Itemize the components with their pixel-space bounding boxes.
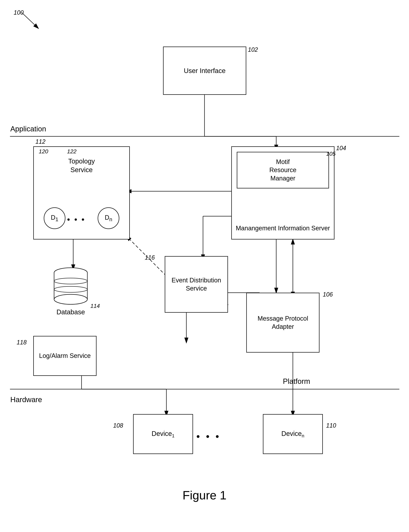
dn-label: Dn [105,214,112,223]
user-interface-box: User Interface [163,46,246,95]
message-protocol-box: Message Protocol Adapter [246,293,319,352]
topology-label: TopologyService [34,157,129,174]
database: Database 114 [52,266,90,316]
event-distribution-box: Event Distribution Service [165,256,228,313]
motif-resource-box: MotifResourceManager [237,152,329,189]
ref-102: 102 [248,46,258,53]
log-alarm-box: Log/Alarm Service [33,336,96,376]
database-label: Database [52,308,90,316]
figure-label: Figure 1 [183,488,226,502]
hardware-label: Hardware [10,396,42,404]
ref-116: 116 [145,254,155,261]
svg-point-28 [54,294,87,304]
device1-box: Device1 [133,414,193,454]
d1-label: D1 [51,214,58,223]
topology-outer-box: 112 120 122 TopologyService D1 • • • Dn [33,146,130,239]
devicen-label: Devicen [281,429,304,439]
ref-108: 108 [113,422,123,429]
device1-label: Device1 [152,429,175,439]
mis-bottom-label: Manangement Information Server [236,224,330,232]
ref-106: 106 [323,291,333,298]
user-interface-label: User Interface [184,66,225,75]
platform-label: Platform [283,377,310,386]
svg-line-3 [22,12,38,28]
log-alarm-label: Log/Alarm Service [39,352,91,360]
ref-100: 100 [14,9,24,16]
ref-122: 122 [67,148,76,155]
motif-resource-label: MotifResourceManager [270,158,297,182]
ref-112: 112 [36,138,46,145]
diagram: 100 User Interface 102 Application Motif… [0,0,409,532]
ref-105: 105 [326,151,336,157]
topology-dots: • • • [67,215,85,224]
d1-node: D1 [44,207,65,229]
ref-110: 110 [326,422,336,429]
devicen-box: Devicen [263,414,323,454]
ref-118: 118 [17,339,27,346]
message-protocol-label: Message Protocol Adapter [247,315,319,331]
application-label: Application [10,125,46,133]
ref-104: 104 [336,145,346,152]
ref-114: 114 [90,303,100,309]
device-dots: • • • [196,431,221,442]
dn-node: Dn [98,207,119,229]
event-distribution-label: Event Distribution Service [165,276,227,293]
ref-120: 120 [39,148,48,155]
mis-outer-box: MotifResourceManager 105 Manangement Inf… [231,146,335,239]
